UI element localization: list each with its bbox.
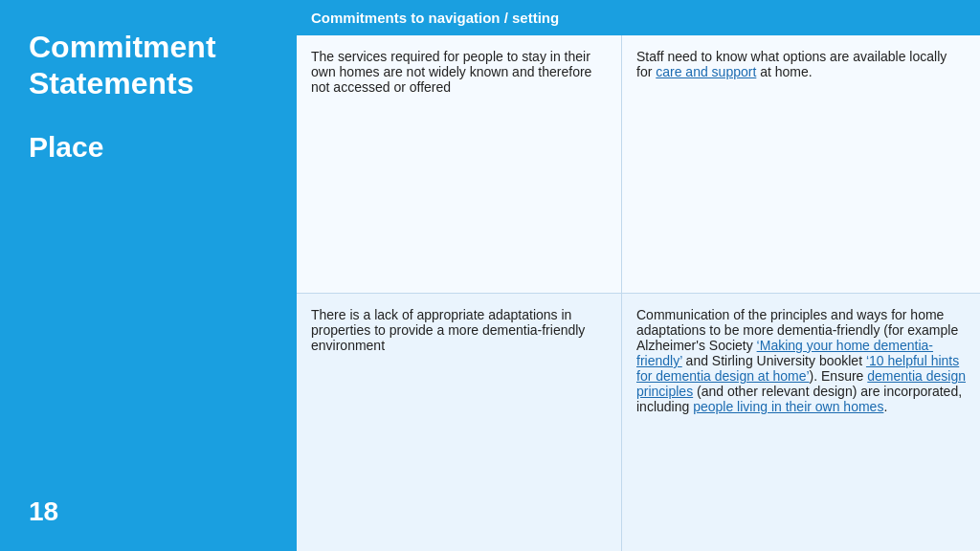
sidebar-top: Commitment Statements Place (29, 29, 273, 164)
row1-left-text: The services required for people to stay… (311, 49, 591, 95)
table-row: The services required for people to stay… (297, 35, 980, 294)
page-number: 18 (29, 496, 273, 527)
row2-link4[interactable]: people living in their own homes (693, 399, 883, 414)
table-header: Commitments to navigation / setting (297, 0, 980, 35)
table-row: There is a lack of appropriate adaptatio… (297, 294, 980, 551)
col-right-1: Staff need to know what options are avai… (622, 35, 980, 293)
sidebar-title: Commitment Statements (29, 29, 273, 102)
col-right-2: Communication of the principles and ways… (622, 294, 980, 551)
row2-right-middle: and Stirling University booklet (682, 353, 866, 368)
row1-right-after: at home. (756, 64, 812, 79)
row2-left-text: There is a lack of appropriate adaptatio… (311, 307, 585, 353)
col-left-1: The services required for people to stay… (297, 35, 622, 293)
main-content: Commitments to navigation / setting The … (297, 0, 980, 551)
table-body: The services required for people to stay… (297, 35, 980, 551)
row2-right-after2: ). Ensure (810, 368, 868, 384)
sidebar: Commitment Statements Place 18 (0, 0, 297, 551)
row2-right-end: . (883, 399, 887, 414)
row1-link1[interactable]: care and support (656, 64, 756, 79)
col-left-2: There is a lack of appropriate adaptatio… (297, 294, 622, 551)
sidebar-subtitle: Place (29, 131, 273, 164)
